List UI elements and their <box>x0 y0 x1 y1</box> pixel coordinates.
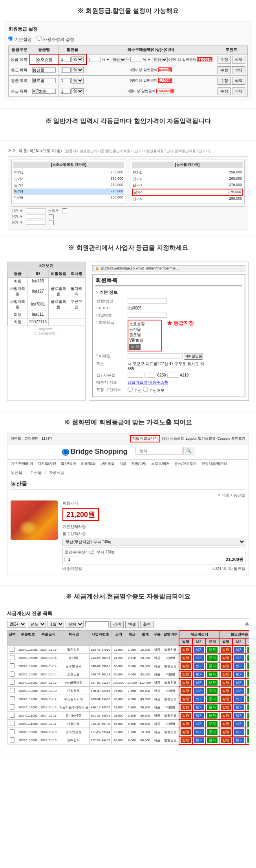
cell-check[interactable] <box>7 728 17 736</box>
sms-button[interactable]: 문자 <box>207 680 218 686</box>
view-button[interactable]: 보기 <box>194 721 204 727</box>
cell-view2-btn[interactable]: 보기 <box>232 720 246 728</box>
min-input[interactable] <box>89 57 101 62</box>
cell-issue2-btn[interactable]: 발행 <box>219 736 232 744</box>
cell-view-btn[interactable]: 보기 <box>192 646 206 654</box>
sms-button[interactable]: 문자 <box>207 704 218 710</box>
cell-sms-btn[interactable]: 문자 <box>206 654 219 662</box>
delete-btn3[interactable]: 삭제 <box>232 77 245 85</box>
grade-rate-input[interactable] <box>61 57 71 62</box>
issue2-button[interactable]: 발행 <box>221 713 231 719</box>
email-input[interactable] <box>128 353 183 358</box>
cell-check[interactable] <box>7 679 17 687</box>
sms2-button[interactable]: 문자 <box>247 737 249 743</box>
grade-name-input2[interactable] <box>32 67 56 73</box>
view-button[interactable]: 보기 <box>194 655 204 661</box>
cell-sms-btn[interactable]: 문자 <box>206 703 219 712</box>
view-button[interactable]: 보기 <box>194 680 204 686</box>
edit-btn2[interactable]: 수정 <box>218 66 231 74</box>
issue-button[interactable]: 발행 <box>181 721 191 727</box>
cell-view-btn[interactable]: 보기 <box>192 695 206 703</box>
cell-issue-btn[interactable]: 발행 <box>179 695 192 703</box>
cell-issue2-btn[interactable]: 발행 <box>219 728 232 736</box>
issue-button[interactable]: 발행 <box>181 696 191 702</box>
cell-issue-btn[interactable]: 발행 <box>179 720 192 728</box>
view2-button[interactable]: 보기 <box>234 737 244 743</box>
issue2-button[interactable]: 발행 <box>221 696 231 702</box>
filter-select[interactable]: 전체 <box>66 621 84 628</box>
cell-sms-btn[interactable]: 문자 <box>206 720 219 728</box>
range-select2[interactable]: 이하 <box>152 57 168 62</box>
issue2-button[interactable]: 발행 <box>221 663 231 669</box>
view2-button[interactable]: 보기 <box>234 688 244 694</box>
radio-basic[interactable]: 기본설정 <box>8 36 32 42</box>
sms-button[interactable]: 문자 <box>207 696 218 702</box>
cell-issue-btn[interactable]: 발행 <box>179 670 192 679</box>
cell-sms-btn[interactable]: 문자 <box>206 646 219 654</box>
sms-button[interactable]: 문자 <box>207 688 218 694</box>
issue2-button[interactable]: 발행 <box>221 721 231 727</box>
cell-sms2-btn[interactable]: 문자 <box>246 712 249 720</box>
cell-sms2-btn[interactable]: 문자 <box>246 703 249 712</box>
view-button[interactable]: 보기 <box>194 696 204 702</box>
cell-sms2-btn[interactable]: 문자 <box>246 736 249 744</box>
grade-name-input3[interactable] <box>32 78 56 83</box>
cell-issue-btn[interactable]: 발행 <box>179 662 192 670</box>
sms2-button[interactable]: 문자 <box>247 688 249 694</box>
checkbox1[interactable] <box>62 208 67 213</box>
issue2-button[interactable]: 발행 <box>221 737 231 743</box>
view2-button[interactable]: 보기 <box>234 729 244 735</box>
cat-item[interactable]: 반려동물 <box>101 461 115 466</box>
cell-sms2-btn[interactable]: 문자 <box>246 679 249 687</box>
unit-price-input3[interactable] <box>26 220 46 225</box>
cell-issue-btn[interactable]: 발행 <box>179 703 192 712</box>
cell-check[interactable] <box>7 695 17 703</box>
issue-button[interactable]: 발행 <box>181 647 191 653</box>
delete-btn2[interactable]: 삭제 <box>232 66 245 74</box>
cat-item[interactable]: 의류/잡화 <box>81 461 96 466</box>
cell-sms-btn[interactable]: 문자 <box>206 670 219 679</box>
sms-button[interactable]: 문자 <box>207 737 218 743</box>
grade-select[interactable]: 소호쇼핑 농산물 글로벌 VIP회원 <box>129 321 161 343</box>
cell-check[interactable] <box>7 687 17 695</box>
sms-button[interactable]: 문자 <box>207 721 218 727</box>
cell-issue-btn[interactable]: 발행 <box>179 687 192 695</box>
print-btn[interactable]: 출력 <box>140 621 154 628</box>
view-button[interactable]: 보기 <box>194 671 204 677</box>
cell-view2-btn[interactable]: 보기 <box>232 654 246 662</box>
cell-issue-btn[interactable]: 발행 <box>179 736 192 744</box>
period-select[interactable]: 년도 <box>28 621 46 628</box>
search-input[interactable] <box>85 621 109 627</box>
view2-button[interactable]: 보기 <box>234 655 244 661</box>
cell-sms2-btn[interactable]: 문자 <box>246 646 249 654</box>
cell-issue-btn[interactable]: 발행 <box>179 654 192 662</box>
grade-select-box[interactable]: 소호쇼핑 농산물 글로벌 VIP회원 오 젓 <box>128 320 162 351</box>
sms-button[interactable]: 문자 <box>207 729 218 735</box>
view2-button[interactable]: 보기 <box>234 663 244 669</box>
email-verify-btn[interactable]: 이메일인증 <box>184 353 203 360</box>
view-button[interactable]: 보기 <box>194 737 204 743</box>
sms2-button[interactable]: 문자 <box>247 729 249 735</box>
cat-item[interactable]: 가구/인테리어 <box>11 461 33 466</box>
cell-check[interactable] <box>7 736 17 744</box>
sms-button[interactable]: 문자 <box>207 663 218 669</box>
edit-btn4[interactable]: 수정 <box>218 87 231 95</box>
cell-view-btn[interactable]: 보기 <box>192 720 206 728</box>
view2-button[interactable]: 보기 <box>234 721 244 727</box>
receive-radio[interactable]: 수신 <box>128 388 142 393</box>
cell-issue2-btn[interactable]: 발행 <box>219 687 232 695</box>
delivery-link[interactable]: 상월마을의 배송주소록 <box>128 380 168 384</box>
sms2-button[interactable]: 문자 <box>247 680 249 686</box>
sms2-button[interactable]: 문자 <box>247 704 249 710</box>
issue-button[interactable]: 발행 <box>181 704 191 710</box>
cell-sms2-btn[interactable]: 문자 <box>246 728 249 736</box>
view2-button[interactable]: 보기 <box>234 704 244 710</box>
cell-sms-btn[interactable]: 문자 <box>206 662 219 670</box>
cell-sms-btn[interactable]: 문자 <box>206 728 219 736</box>
cat-item[interactable]: 건강식품/메관리 <box>201 461 227 466</box>
cell-view2-btn[interactable]: 보기 <box>232 712 246 720</box>
rate-type-select[interactable]: % <box>71 56 84 62</box>
unit-price-input2[interactable] <box>26 214 46 219</box>
view-button[interactable]: 보기 <box>194 663 204 669</box>
cell-view-btn[interactable]: 보기 <box>192 712 206 720</box>
